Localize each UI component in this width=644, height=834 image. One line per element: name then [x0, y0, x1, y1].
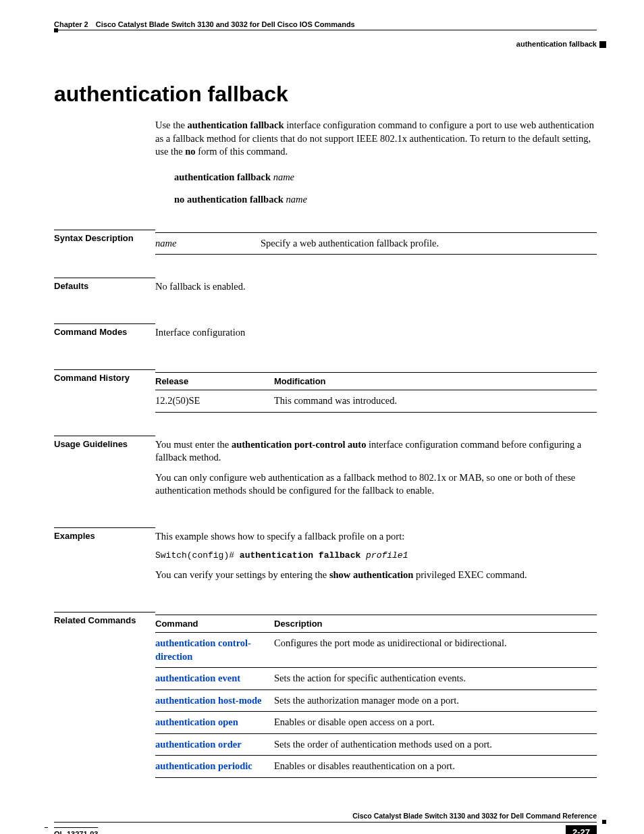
- section-command-history: Command History Release Modification 12.…: [54, 369, 597, 413]
- header-rule: [54, 30, 597, 30]
- section-label: Command History: [54, 369, 155, 413]
- syntax-param: name: [155, 232, 261, 255]
- syntax-line-2: no authentication fallback name: [174, 193, 597, 207]
- examples-p1: This example shows how to specify a fall…: [155, 530, 597, 544]
- related-link[interactable]: authentication order: [155, 739, 242, 750]
- syntax-line-1: authentication fallback name: [174, 171, 597, 184]
- defaults-text: No fallback is enabled.: [155, 280, 597, 294]
- section-usage-guidelines: Usage Guidelines You must enter the auth…: [54, 436, 597, 504]
- history-col-modification: Modification: [274, 372, 597, 390]
- section-syntax-description: Syntax Description name Specify a web au…: [54, 230, 597, 255]
- table-row: authentication eventSets the action for …: [155, 668, 597, 690]
- running-head: authentication fallback: [54, 40, 597, 48]
- related-link[interactable]: authentication periodic: [155, 760, 252, 771]
- chapter-number: Chapter 2: [54, 20, 88, 28]
- related-link[interactable]: authentication control-direction: [155, 637, 251, 662]
- section-defaults: Defaults No fallback is enabled.: [54, 278, 597, 301]
- section-label: Usage Guidelines: [54, 436, 155, 504]
- page-title: authentication fallback: [54, 82, 597, 107]
- command-modes-text: Interface configuration: [155, 326, 597, 340]
- section-related-commands: Related Commands Command Description aut…: [54, 612, 597, 778]
- related-link[interactable]: authentication open: [155, 716, 238, 727]
- section-label: Examples: [54, 527, 155, 589]
- table-row: authentication periodicEnables or disabl…: [155, 756, 597, 778]
- section-label: Command Modes: [54, 323, 155, 346]
- intro-block: Use the authentication fallback interfac…: [155, 119, 597, 207]
- section-examples: Examples This example shows how to speci…: [54, 527, 597, 589]
- history-table: Release Modification 12.2(50)SE This com…: [155, 372, 597, 413]
- related-link[interactable]: authentication host-mode: [155, 695, 262, 706]
- section-label: Related Commands: [54, 612, 155, 778]
- history-release: 12.2(50)SE: [155, 390, 274, 413]
- usage-p2: You can only configure web authenticatio…: [155, 471, 597, 498]
- table-row: authentication host-modeSets the authori…: [155, 689, 597, 712]
- section-label: Defaults: [54, 278, 155, 301]
- syntax-table: name Specify a web authentication fallba…: [155, 232, 597, 255]
- related-link[interactable]: authentication event: [155, 673, 240, 683]
- section-command-modes: Command Modes Interface configuration: [54, 323, 597, 346]
- syntax-desc: Specify a web authentication fallback pr…: [261, 232, 597, 255]
- page-container: Chapter 2 Cisco Catalyst Blade Switch 31…: [0, 0, 644, 834]
- table-row: authentication orderSets the order of au…: [155, 733, 597, 756]
- intro-paragraph: Use the authentication fallback interfac…: [155, 119, 597, 159]
- related-table: Command Description authentication contr…: [155, 615, 597, 778]
- chapter-title: Cisco Catalyst Blade Switch 3130 and 303…: [96, 20, 355, 28]
- usage-p1: You must enter the authentication port-c…: [155, 438, 597, 465]
- page-footer: Cisco Catalyst Blade Switch 3130 and 303…: [54, 812, 597, 834]
- footer-book-title: Cisco Catalyst Blade Switch 3130 and 303…: [54, 812, 597, 823]
- table-row: authentication openEnables or disable op…: [155, 712, 597, 734]
- section-label: Syntax Description: [54, 230, 155, 255]
- related-col-command: Command: [155, 615, 274, 633]
- examples-code: Switch(config)# authentication fallback …: [155, 550, 597, 562]
- footer-page-number: 2-27: [566, 825, 597, 834]
- table-row: authentication control-directionConfigur…: [155, 633, 597, 668]
- related-col-description: Description: [274, 615, 597, 633]
- history-modification: This command was introduced.: [274, 390, 597, 413]
- history-col-release: Release: [155, 372, 274, 390]
- examples-p2: You can verify your settings by entering…: [155, 569, 597, 582]
- page-header: Chapter 2 Cisco Catalyst Blade Switch 31…: [54, 20, 597, 28]
- footer-doc-id: OL-13271-03: [54, 827, 98, 834]
